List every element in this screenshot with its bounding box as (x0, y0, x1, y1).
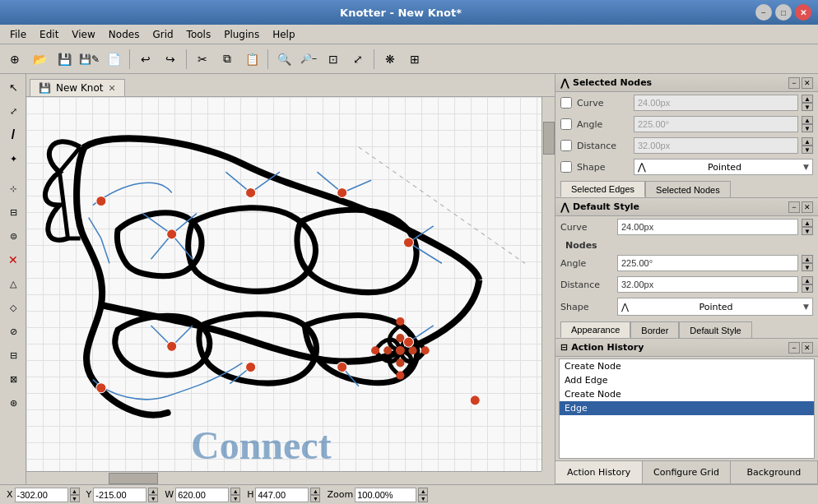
zoom-out-button[interactable]: 🔎− (297, 48, 320, 71)
panel-close-btn[interactable]: ✕ (802, 77, 813, 89)
angle-spin-down[interactable]: ▼ (802, 124, 813, 132)
ds-angle-input[interactable] (617, 255, 798, 271)
default-style-expand-btn[interactable]: − (788, 201, 800, 213)
h-input[interactable] (255, 488, 309, 502)
menu-tools[interactable]: Tools (180, 27, 218, 42)
y-input[interactable] (93, 488, 146, 502)
curve-checkbox[interactable] (560, 97, 572, 109)
zoom-down[interactable]: ▼ (418, 495, 428, 502)
y-down[interactable]: ▼ (148, 495, 158, 502)
action-item-1[interactable]: Create Node (560, 359, 814, 373)
ds-angle-spin-down[interactable]: ▼ (802, 263, 813, 271)
copy-button[interactable]: ⧉ (216, 48, 239, 71)
bottom-tab-background[interactable]: Background (731, 461, 818, 483)
ds-shape-select[interactable]: ⋀ Pointed ▼ (617, 298, 813, 316)
w-input[interactable] (175, 488, 229, 502)
action-item-4[interactable]: Edge (560, 401, 814, 415)
menu-file[interactable]: File (3, 27, 33, 42)
extra-tool[interactable]: ⊛ (2, 391, 25, 414)
distribute-tool[interactable]: ⊜ (2, 224, 25, 247)
w-down[interactable]: ▼ (230, 495, 240, 502)
w-up[interactable]: ▲ (230, 488, 240, 495)
x-down[interactable]: ▼ (70, 495, 80, 502)
ds-curve-input[interactable] (617, 219, 798, 235)
edge-tool[interactable]: / (2, 123, 25, 146)
default-style-close-btn[interactable]: ✕ (802, 201, 813, 213)
ds-curve-spin-down[interactable]: ▼ (802, 227, 813, 235)
action-item-2[interactable]: Add Edge (560, 373, 814, 387)
distance-checkbox[interactable] (560, 140, 572, 151)
node-edit-tool[interactable]: ⤢ (2, 99, 25, 123)
y-up[interactable]: ▲ (148, 488, 158, 495)
tab-default-style[interactable]: Default Style (679, 321, 751, 338)
undo-button[interactable]: ↩ (134, 48, 157, 71)
pattern-tool[interactable]: ⊘ (2, 320, 25, 343)
minimize-button[interactable]: − (755, 4, 772, 21)
menu-view[interactable]: View (65, 27, 101, 42)
tab-selected-nodes[interactable]: Selected Nodes (645, 181, 731, 197)
curve-spin-up[interactable]: ▲ (802, 95, 813, 103)
maximize-button[interactable]: □ (775, 4, 792, 21)
curve-input[interactable] (634, 95, 798, 111)
save-as-button[interactable]: 💾✎ (77, 48, 100, 71)
fill-tool[interactable]: ⊠ (2, 368, 25, 391)
action-history-list[interactable]: Create Node Add Edge Create Node Edge (559, 358, 815, 459)
panel-expand-btn[interactable]: − (788, 77, 800, 89)
align-tool[interactable]: ⊟ (2, 201, 25, 224)
angle-checkbox[interactable] (560, 118, 572, 130)
tab-selected-edges[interactable]: Selected Edges (560, 181, 645, 197)
horizontal-scrollbar[interactable] (26, 471, 541, 484)
zoom-input[interactable] (355, 488, 416, 502)
tab-appearance[interactable]: Appearance (560, 321, 630, 338)
angle-input[interactable] (634, 116, 798, 132)
ah-close-btn[interactable]: ✕ (802, 342, 813, 354)
distance-spin-down[interactable]: ▼ (802, 146, 813, 154)
shape-select[interactable]: ⋀ Pointed ▼ (634, 159, 813, 175)
close-button[interactable]: ✕ (795, 4, 811, 21)
zoom-fit-button[interactable]: ⊡ (322, 48, 345, 71)
curve-spin-down[interactable]: ▼ (802, 103, 813, 111)
bottom-tab-action-history[interactable]: Action History (555, 461, 643, 483)
action-item-3[interactable]: Create Node (560, 387, 814, 401)
ds-curve-spin-up[interactable]: ▲ (802, 219, 813, 227)
tab-close-button[interactable]: ✕ (109, 83, 116, 94)
snap-tool[interactable]: ⊹ (2, 177, 25, 200)
add-node-lt[interactable]: ✦ (2, 147, 25, 170)
transform-tool[interactable]: △ (2, 272, 25, 295)
select-tool[interactable]: ↖ (2, 76, 25, 99)
x-input[interactable] (15, 488, 68, 502)
menu-help[interactable]: Help (266, 27, 301, 42)
remove-edge-tool[interactable]: ✕ (2, 248, 25, 271)
zoom-up[interactable]: ▲ (418, 488, 428, 495)
distance-input[interactable] (634, 137, 798, 154)
grid-button[interactable]: ⊞ (403, 48, 426, 71)
ds-distance-input[interactable] (617, 276, 798, 293)
measure-tool[interactable]: ⊟ (2, 344, 25, 367)
zoom-reset-button[interactable]: ⤢ (346, 48, 369, 71)
x-up[interactable]: ▲ (70, 488, 80, 495)
shape-checkbox[interactable] (560, 161, 572, 173)
angle-spin-up[interactable]: ▲ (802, 116, 813, 124)
menu-grid[interactable]: Grid (146, 27, 179, 42)
paste-button[interactable]: 📋 (240, 48, 263, 71)
tab-border[interactable]: Border (630, 321, 679, 338)
h-up[interactable]: ▲ (310, 488, 320, 495)
open-button[interactable]: 📂 (28, 48, 51, 71)
path-tool[interactable]: ◇ (2, 296, 25, 319)
menu-edit[interactable]: Edit (33, 27, 65, 42)
redo-button[interactable]: ↪ (159, 48, 182, 71)
vertical-scrollbar[interactable] (541, 97, 555, 471)
cut-button[interactable]: ✂ (191, 48, 214, 71)
save-button[interactable]: 💾 (53, 48, 76, 71)
h-down[interactable]: ▼ (310, 495, 320, 502)
canvas-wrapper[interactable]: Connect (26, 97, 555, 484)
add-node-button[interactable]: ⊕ (3, 48, 26, 71)
menu-nodes[interactable]: Nodes (102, 27, 146, 42)
export-button[interactable]: 📄 (102, 48, 125, 71)
ds-distance-spin-down[interactable]: ▼ (802, 284, 813, 293)
ah-expand-btn[interactable]: − (788, 342, 800, 354)
ds-angle-spin-up[interactable]: ▲ (802, 255, 813, 263)
zoom-in-button[interactable]: 🔍 (272, 48, 295, 71)
ds-distance-spin-up[interactable]: ▲ (802, 276, 813, 284)
bottom-tab-configure-grid[interactable]: Configure Grid (643, 461, 730, 483)
